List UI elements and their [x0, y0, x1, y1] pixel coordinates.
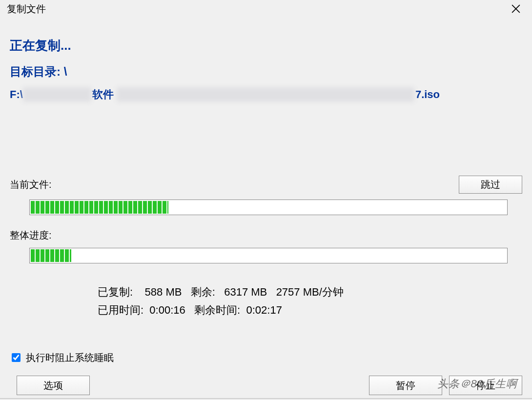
- time-remaining-label: 剩余时间:: [194, 301, 240, 319]
- speed-value: 2757 MB/分钟: [276, 283, 344, 301]
- window-title: 复制文件: [7, 2, 505, 16]
- pause-button[interactable]: 暂停: [369, 376, 442, 395]
- overall-label: 整体进度:: [10, 229, 522, 242]
- redacted-segment: [117, 87, 414, 102]
- path-prefix: F:\: [10, 88, 23, 101]
- target-dir-heading: 目标目录: \: [10, 64, 522, 80]
- bottom-rule: [0, 398, 532, 399]
- current-file-row: 当前文件: 跳过: [10, 176, 522, 194]
- path-mid: 软件: [91, 87, 115, 102]
- stats-row-time: 已用时间: 0:00:16 剩余时间: 0:02:17: [98, 301, 522, 319]
- dialog-content: 正在复制... 目标目录: \ F:\ 软件 7.iso 当前文件: 跳过 整体…: [0, 18, 532, 364]
- close-icon: [512, 4, 520, 13]
- target-dir-value: \: [64, 65, 67, 78]
- copied-label: 已复制:: [98, 283, 133, 301]
- prevent-sleep-row[interactable]: 执行时阻止系统睡眠: [10, 351, 522, 364]
- time-remaining-value: 0:02:17: [246, 301, 282, 319]
- current-file-progress-fill: [31, 201, 168, 214]
- elapsed-label: 已用时间:: [98, 301, 143, 319]
- copied-value: 588 MB: [145, 283, 182, 301]
- close-button[interactable]: [505, 1, 527, 16]
- copying-heading: 正在复制...: [10, 37, 522, 54]
- bottom-button-bar: 选项 暂停 停止: [0, 376, 532, 395]
- overall-row: 整体进度:: [10, 229, 522, 242]
- redacted-segment: [23, 87, 91, 102]
- current-file-label: 当前文件:: [10, 178, 52, 191]
- overall-progress-fill: [31, 249, 71, 262]
- elapsed-value: 0:00:16: [149, 301, 185, 319]
- overall-progress: [29, 248, 508, 263]
- target-dir-label: 目标目录:: [10, 65, 61, 78]
- prevent-sleep-label: 执行时阻止系统睡眠: [26, 351, 114, 364]
- skip-button[interactable]: 跳过: [459, 176, 522, 194]
- source-file-path: F:\ 软件 7.iso: [10, 87, 522, 102]
- path-suffix: 7.iso: [414, 88, 440, 101]
- stats-block: 已复制: 588 MB 剩余: 6317 MB 2757 MB/分钟 已用时间:…: [98, 283, 522, 320]
- remaining-label: 剩余:: [191, 283, 215, 301]
- prevent-sleep-checkbox[interactable]: [12, 353, 20, 362]
- options-button[interactable]: 选项: [17, 376, 90, 395]
- stop-button[interactable]: 停止: [449, 376, 522, 395]
- current-file-progress: [29, 200, 508, 215]
- stats-row-size: 已复制: 588 MB 剩余: 6317 MB 2757 MB/分钟: [98, 283, 522, 301]
- remaining-value: 6317 MB: [224, 283, 267, 301]
- titlebar: 复制文件: [0, 0, 532, 18]
